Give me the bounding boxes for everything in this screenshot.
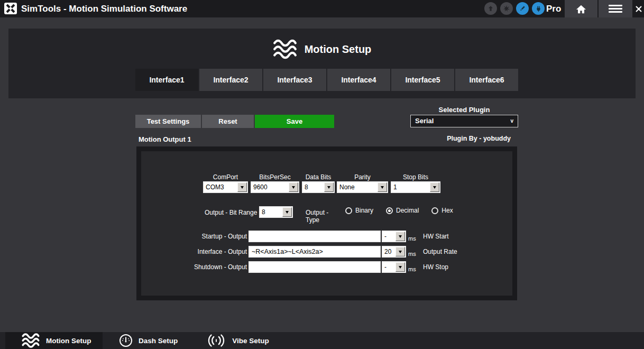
radio-button-icon <box>345 207 352 214</box>
dropdown-arrow-icon[interactable] <box>395 247 405 256</box>
bit-range-label: Output - Bit Range <box>205 209 257 216</box>
plugin-select-value: Serial <box>415 117 434 125</box>
bottom-nav-dash-setup[interactable]: Dash Setup <box>119 332 178 349</box>
tab-interface6[interactable]: Interface6 <box>455 69 518 91</box>
dropdown-arrow-icon[interactable] <box>237 182 247 192</box>
tab-interface3[interactable]: Interface3 <box>263 69 326 91</box>
selected-plugin-label: Selected Plugin <box>410 106 518 114</box>
hw-stop-label: HW Stop <box>423 263 448 271</box>
radio-button-selected-icon <box>386 207 393 214</box>
ms-unit-label: ms <box>408 266 416 272</box>
reset-button[interactable]: Reset <box>202 115 254 128</box>
shutdown-output-input[interactable] <box>249 261 381 273</box>
interface-output-input[interactable] <box>249 246 381 258</box>
tab-interface4[interactable]: Interface4 <box>327 69 390 91</box>
bottom-nav-vibe-setup[interactable]: Vibe Setup <box>206 332 269 349</box>
test-settings-button[interactable]: Test Settings <box>135 115 201 128</box>
comport-label: ComPort <box>203 173 248 181</box>
stopbits-select[interactable]: 1 <box>391 181 440 193</box>
burst-icon <box>502 4 511 13</box>
dropdown-arrow-icon[interactable] <box>289 182 298 192</box>
tab-interface2[interactable]: Interface2 <box>199 69 262 91</box>
tab-interface5[interactable]: Interface5 <box>391 69 454 91</box>
chevron-down-icon: v <box>510 115 513 127</box>
close-icon <box>635 5 642 13</box>
startup-interval-select[interactable]: - <box>382 231 406 242</box>
bit-range-select[interactable]: 8 <box>259 206 293 218</box>
parity-value: None <box>338 182 378 192</box>
stopbits-value: 1 <box>392 182 430 192</box>
page-title: Motion Setup <box>305 43 372 56</box>
startup-output-label: Startup - Output <box>159 233 247 240</box>
dropdown-arrow-icon[interactable] <box>324 182 334 192</box>
menu-button[interactable] <box>599 0 632 17</box>
bottom-nav-motion-setup[interactable]: Motion Setup <box>5 332 103 349</box>
waves-icon <box>21 333 40 348</box>
comport-select[interactable]: COM3 <box>203 181 248 193</box>
radio-binary[interactable]: Binary <box>345 207 373 214</box>
databits-value: 8 <box>303 182 324 192</box>
vibe-icon <box>206 334 226 347</box>
upload-arrow-icon <box>487 5 494 12</box>
interface-output-label: Interface - Output <box>159 248 247 255</box>
app-title: SimTools - Motion Simulation Software <box>21 0 187 17</box>
interface-tabs: Interface1 Interface2 Interface3 Interfa… <box>135 69 518 91</box>
plugin-select[interactable]: Serial v <box>410 115 518 127</box>
bitspersec-label: BitsPerSec <box>251 173 299 181</box>
edit-button[interactable] <box>516 2 529 15</box>
output-rate-label: Output Rate <box>423 248 457 255</box>
output-type-label: Output - Type <box>306 209 344 224</box>
parity-select[interactable]: None <box>337 181 388 193</box>
comport-value: COM3 <box>204 182 237 192</box>
databits-label: Data Bits <box>302 173 335 181</box>
close-button[interactable] <box>633 0 644 17</box>
simtools-logo-icon <box>4 3 17 14</box>
plugin-by-label: Plugin By - yobuddy <box>447 135 511 142</box>
bitspersec-value: 9600 <box>252 182 289 192</box>
dropdown-arrow-icon[interactable] <box>378 182 387 192</box>
ms-unit-label: ms <box>408 235 416 242</box>
update-button[interactable] <box>484 2 497 15</box>
output-type-radio-group: Binary Decimal Hex <box>345 207 453 214</box>
pencil-icon <box>519 5 526 12</box>
shutdown-interval-select[interactable]: - <box>382 261 406 273</box>
stopbits-label: Stop Bits <box>391 173 440 181</box>
pro-badge: Pro <box>546 0 561 17</box>
simtools-window: { "window": { "title": "SimTools - Motio… <box>0 0 644 349</box>
parity-label: Parity <box>337 173 388 181</box>
plug-icon <box>535 5 542 13</box>
bitspersec-select[interactable]: 9600 <box>251 181 299 193</box>
titlebar: SimTools - Motion Simulation Software Pr… <box>0 0 644 17</box>
bottom-nav-bar: Motion Setup Dash Setup Vibe Setup <box>0 332 644 349</box>
gauge-icon <box>119 334 133 347</box>
shutdown-output-label: Shutdown - Output <box>159 263 247 271</box>
motion-output-title: Motion Output 1 <box>139 135 191 143</box>
dropdown-arrow-icon[interactable] <box>395 232 405 241</box>
plugin-button[interactable] <box>532 2 545 15</box>
dropdown-arrow-icon[interactable] <box>395 262 405 272</box>
output-rate-select[interactable]: 20 <box>382 246 406 258</box>
ms-unit-label: ms <box>408 251 416 257</box>
radio-button-icon <box>431 207 438 214</box>
home-button[interactable] <box>565 0 597 17</box>
radio-decimal[interactable]: Decimal <box>386 207 419 214</box>
startup-output-input[interactable] <box>249 231 381 242</box>
menu-icon <box>609 3 622 14</box>
home-icon <box>575 4 587 14</box>
burst-button[interactable] <box>500 2 513 15</box>
bit-range-value: 8 <box>260 207 282 217</box>
dropdown-arrow-icon[interactable] <box>430 182 439 192</box>
titlebar-status-icons <box>484 2 545 15</box>
save-button[interactable]: Save <box>255 115 334 128</box>
hw-start-label: HW Start <box>423 233 449 240</box>
tab-interface1[interactable]: Interface1 <box>135 69 198 91</box>
waves-icon <box>273 39 297 59</box>
page-title-row: Motion Setup <box>8 39 636 59</box>
radio-hex[interactable]: Hex <box>431 207 453 214</box>
dropdown-arrow-icon[interactable] <box>282 207 292 217</box>
databits-select[interactable]: 8 <box>302 181 335 193</box>
